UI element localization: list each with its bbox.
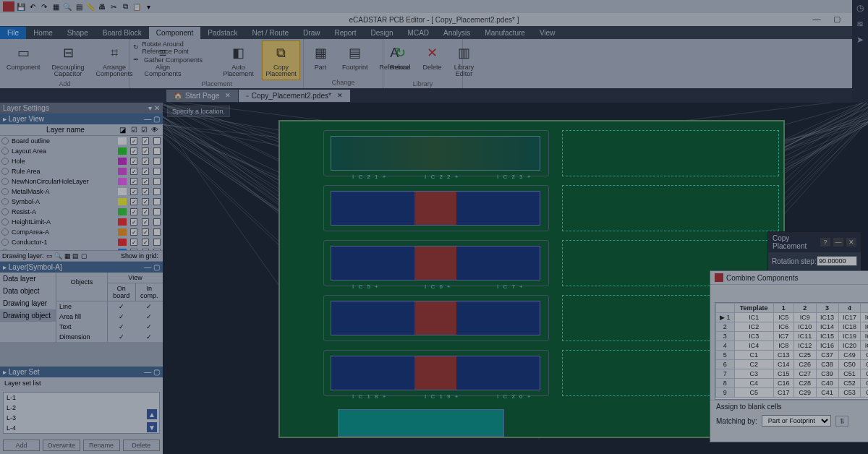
- table-row[interactable]: 3IC3IC7IC11IC15IC19IC23IC27IC31: [716, 332, 869, 341]
- maximize-button[interactable]: ▢: [829, 13, 845, 25]
- qat-print-icon[interactable]: 🖶: [97, 1, 107, 12]
- qat-zoom-icon[interactable]: 🔍: [62, 1, 72, 12]
- tab-design[interactable]: Design: [363, 27, 400, 39]
- sym-row[interactable]: Area fill✓✓: [56, 312, 163, 322]
- qat-cut-icon[interactable]: ✂: [109, 1, 119, 12]
- tab-analysis[interactable]: Analysis: [436, 27, 477, 39]
- layer-row[interactable]: Board outline✓✓: [0, 136, 163, 146]
- qat-redo-icon[interactable]: ↷: [39, 1, 49, 12]
- tab-shape[interactable]: Shape: [60, 27, 95, 39]
- sym-row[interactable]: Line✓✓: [56, 301, 163, 312]
- layer-set-add-button[interactable]: Add: [3, 440, 40, 451]
- qat-save-icon[interactable]: 💾: [16, 1, 26, 12]
- tab-manufacture[interactable]: Manufacture: [477, 27, 532, 39]
- layer-symbol-header[interactable]: ▸ Layer[Symbol-A]— ▢: [0, 262, 163, 273]
- tab-report[interactable]: Report: [327, 27, 363, 39]
- layer-set-item[interactable]: L-2: [4, 403, 159, 413]
- sym-row[interactable]: Text✓✓: [56, 322, 163, 332]
- layer-set-item[interactable]: L-1: [4, 393, 159, 403]
- qat-grid-icon[interactable]: ▦: [51, 1, 61, 12]
- layers-icon[interactable]: ≋: [854, 17, 867, 30]
- layer-row[interactable]: Resist-A✓✓: [0, 207, 163, 217]
- minimize-icon[interactable]: —: [833, 238, 843, 247]
- sym-cat[interactable]: Data layer: [0, 273, 56, 285]
- layer-set-overwrite-button[interactable]: Overwrite: [43, 440, 80, 451]
- tab-home[interactable]: Home: [26, 27, 60, 39]
- layer-row[interactable]: Rule Area✓✓: [0, 166, 163, 176]
- close-icon[interactable]: ✕: [337, 92, 343, 99]
- sym-cat[interactable]: Data object: [0, 285, 56, 297]
- decoupling-capacitor-button[interactable]: ⊟Decoupling Capacitor: [48, 40, 88, 80]
- table-row[interactable]: 6C2C14C26C38C50C62C74C86: [716, 360, 869, 369]
- gather-components-button[interactable]: ⥇Gather Components: [133, 56, 210, 64]
- doc-tab-design[interactable]: ▫Copy_Placement2.pdes*✕: [239, 90, 351, 102]
- tab-board-block[interactable]: Board Block: [95, 27, 149, 39]
- table-row[interactable]: 7C3C15C27C39C51C63C75C87: [716, 369, 869, 379]
- layer-set-rename-button[interactable]: Rename: [83, 440, 120, 451]
- reload-button[interactable]: ↻Reload: [386, 40, 414, 73]
- library-editor-button[interactable]: ▥Library Editor: [451, 40, 478, 80]
- close-icon[interactable]: ✕: [225, 92, 231, 99]
- table-row[interactable]: 9C5C17C29C41C53C65C77C89: [716, 388, 869, 398]
- auto-placement-button[interactable]: ◧Auto Placement: [219, 40, 258, 80]
- layer-settings-header[interactable]: Layer Settings▾ ✕: [0, 103, 163, 113]
- qat-measure-icon[interactable]: 📏: [85, 1, 95, 12]
- table-row[interactable]: 4IC4IC8IC12IC16IC20IC24IC28IC32: [716, 341, 869, 351]
- layer-row[interactable]: Layout Area✓✓: [0, 146, 163, 156]
- drawing-layer-icons[interactable]: ▭ 🔍 ▦ ▤ ▢: [46, 252, 88, 260]
- sym-cat[interactable]: Drawing layer: [0, 297, 56, 309]
- tab-mcad[interactable]: MCAD: [401, 27, 436, 39]
- layer-set-delete-button[interactable]: Delete: [123, 440, 160, 451]
- tab-file[interactable]: File: [0, 27, 26, 39]
- layer-row[interactable]: Conductor-1✓✓: [0, 237, 163, 247]
- table-row[interactable]: 5C1C13C25C37C49C61C73C85: [716, 351, 869, 360]
- delete-button[interactable]: ✕Delete: [419, 40, 446, 73]
- doc-tab-start[interactable]: 🏠Start Page✕: [166, 90, 239, 102]
- component-button[interactable]: ▭Component: [3, 40, 44, 73]
- layer-set-down-button[interactable]: ▼: [147, 422, 157, 432]
- help-icon[interactable]: ?: [820, 238, 830, 247]
- tab-view[interactable]: View: [532, 27, 563, 39]
- combine-components-dialog[interactable]: Combine Components ?✕ Reset Template1234…: [710, 270, 868, 442]
- tab-net-route[interactable]: Net / Route: [245, 27, 297, 39]
- tab-component[interactable]: Component: [149, 27, 201, 39]
- rotate-ref-point-button[interactable]: ↻Rotate Around Reference Point: [133, 40, 210, 55]
- tab-padstack[interactable]: Padstack: [200, 27, 244, 39]
- layer-view-header[interactable]: ▸ Layer View— ▢: [0, 113, 163, 124]
- match-action-icon[interactable]: ⥮: [835, 416, 848, 427]
- copy-placement-button[interactable]: ⧉Copy Placement: [262, 40, 300, 80]
- layer-set-header[interactable]: ▸ Layer Set— ▢: [0, 367, 163, 377]
- part-button[interactable]: ▦Part: [307, 40, 334, 73]
- pcb-board[interactable]: I C 2 1 + I C 2 2 + I C 2 3 + I C 5 + I …: [278, 120, 785, 438]
- matching-by-select[interactable]: Part or Footprint: [762, 415, 831, 427]
- footprint-button[interactable]: ▤Footprint: [339, 40, 372, 73]
- sym-row[interactable]: Dimension✓✓: [56, 332, 163, 342]
- layer-row[interactable]: Hole✓✓: [0, 156, 163, 166]
- layer-row[interactable]: CompArea-A✓✓: [0, 227, 163, 237]
- sym-cat[interactable]: Drawing object: [0, 309, 56, 322]
- layer-row[interactable]: HeightLimit-A✓✓: [0, 217, 163, 227]
- table-row[interactable]: ▶ 1IC1IC5IC9IC13IC17IC21IC25IC29: [716, 313, 869, 322]
- qat-copy-icon[interactable]: ⧉: [120, 1, 130, 12]
- qat-dropdown-icon[interactable]: ▾: [143, 1, 153, 12]
- table-row[interactable]: 8C4C16C28C40C52C64C76C88: [716, 379, 869, 388]
- combine-table[interactable]: Template1234567 ▶ 1IC1IC5IC9IC13IC17IC21…: [715, 303, 868, 398]
- clock-icon[interactable]: ◷: [854, 1, 867, 14]
- layer-row[interactable]: MetalMask-A✓✓: [0, 187, 163, 197]
- table-row[interactable]: 2IC2IC6IC10IC14IC18IC22IC26IC30: [716, 322, 869, 332]
- send-icon[interactable]: ➤: [854, 33, 867, 46]
- design-canvas[interactable]: Specify a location. I C 2 1 + I C 2 2 + …: [163, 103, 868, 454]
- qat-paste-icon[interactable]: 📋: [132, 1, 142, 12]
- layer-set-item[interactable]: L-3: [4, 413, 159, 423]
- layer-row[interactable]: Symbol-A✓✓: [0, 197, 163, 207]
- copy-placement-dialog[interactable]: Copy Placement ?—✕ Rotation step:: [767, 231, 861, 273]
- close-icon[interactable]: ✕: [846, 238, 856, 247]
- layer-set-up-button[interactable]: ▲: [147, 409, 157, 419]
- layer-row[interactable]: NewNonCircularHoleLayer✓✓: [0, 176, 163, 187]
- qat-layer-icon[interactable]: ▤: [74, 1, 84, 12]
- minimize-button[interactable]: —: [809, 13, 825, 25]
- tab-draw[interactable]: Draw: [296, 27, 327, 39]
- layer-set-item[interactable]: L-4: [4, 423, 159, 433]
- qat-undo-icon[interactable]: ↶: [27, 1, 38, 12]
- rotation-step-input[interactable]: [817, 256, 857, 266]
